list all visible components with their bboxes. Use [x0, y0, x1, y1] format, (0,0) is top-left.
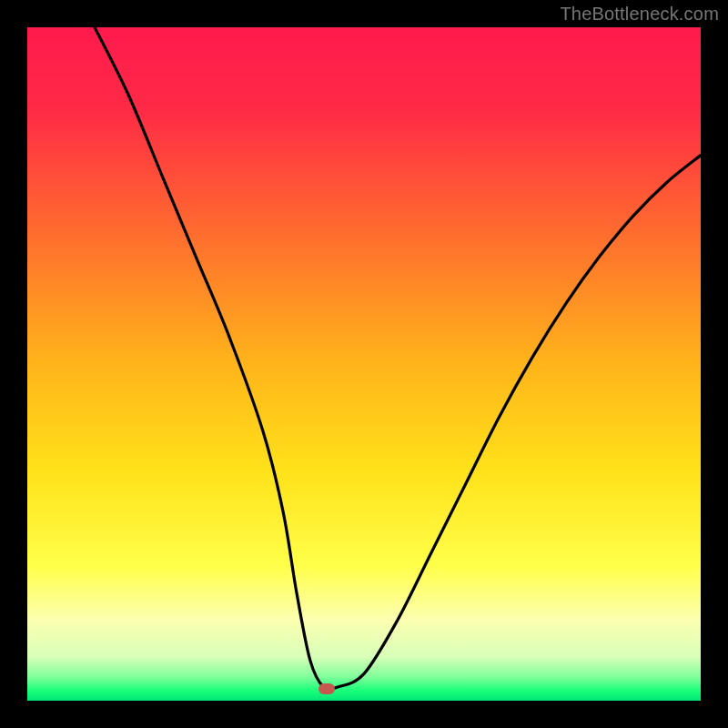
optimal-point-marker [318, 683, 335, 694]
watermark-text: TheBottleneck.com [560, 4, 719, 25]
plot-area [27, 27, 701, 701]
bottleneck-curve [27, 27, 701, 701]
chart-frame: TheBottleneck.com [0, 0, 728, 728]
